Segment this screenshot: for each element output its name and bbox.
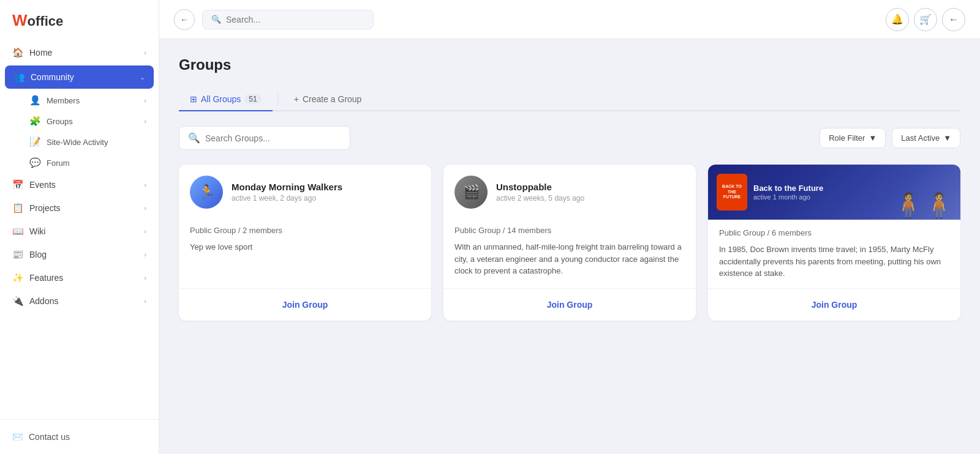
card-header-unstoppable: 🎬 Unstoppable active 2 weeks, 5 days ago <box>443 165 696 217</box>
notification-button[interactable]: 🔔 <box>886 8 909 31</box>
tab-create-group[interactable]: + Create a Group <box>283 88 373 111</box>
last-active-button[interactable]: Last Active ▼ <box>892 128 960 148</box>
activity-icon: 📝 <box>29 136 40 147</box>
sidebar-label-members: Members <box>47 96 80 105</box>
account-icon: ← <box>949 14 959 25</box>
card-footer-bttf: Join Group <box>708 288 960 321</box>
groups-toolbar: 🔍 Role Filter ▼ Last Active ▼ <box>179 126 960 150</box>
community-icon: 👥 <box>13 72 24 83</box>
projects-chevron: › <box>144 204 146 212</box>
card-meta-monday: Public Group / 2 members <box>190 226 420 235</box>
card-body-monday: Public Group / 2 members Yep we love spo… <box>179 217 431 288</box>
sidebar-item-features[interactable]: ✨ Features › <box>0 266 159 289</box>
search-box[interactable]: 🔍 <box>202 10 374 29</box>
sidebar-item-events[interactable]: 📅 Events › <box>0 173 159 196</box>
contact-us-item[interactable]: ✉️ Contact us <box>12 427 146 447</box>
sidebar-item-site-activity[interactable]: 📝 Site-Wide Activity <box>0 132 159 152</box>
tabs-bar: ⊞ All Groups 51 + Create a Group <box>179 88 960 111</box>
blog-chevron: › <box>144 251 146 258</box>
card-body-bttf: Public Group / 6 members In 1985, Doc Br… <box>708 220 960 288</box>
join-unstoppable-button[interactable]: Join Group <box>547 297 593 312</box>
role-filter-chevron: ▼ <box>869 133 876 143</box>
sidebar-label-home: Home <box>29 48 52 58</box>
account-button[interactable]: ← <box>942 8 965 31</box>
sidebar-item-members[interactable]: 👤 Members › <box>0 90 159 111</box>
sidebar-item-wiki[interactable]: 📖 Wiki › <box>0 220 159 243</box>
sidebar: Woffice 🏠 Home › 👥 Community ⌄ 👤 Members… <box>0 0 159 454</box>
all-groups-icon: ⊞ <box>190 94 197 104</box>
sidebar-item-projects[interactable]: 📋 Projects › <box>0 196 159 220</box>
addons-chevron: › <box>144 297 146 305</box>
sidebar-label-forum: Forum <box>47 158 70 168</box>
main-area: ← 🔍 🔔 🛒 ← Groups ⊞ All Groups <box>159 0 980 454</box>
sidebar-label-wiki: Wiki <box>29 226 45 236</box>
bttf-banner-left: BACK TO THE FUTURE Back to the Future ac… <box>717 174 823 210</box>
card-info-monday: Monday Morning Walkers active 1 week, 2 … <box>232 182 342 203</box>
card-header-monday: 🏃 Monday Morning Walkers active 1 week, … <box>179 165 431 217</box>
card-footer-unstoppable: Join Group <box>443 288 696 321</box>
sidebar-item-forum[interactable]: 💬 Forum <box>0 152 159 173</box>
group-card-unstoppable: 🎬 Unstoppable active 2 weeks, 5 days ago… <box>443 165 696 321</box>
tab-all-groups-label: All Groups <box>201 94 241 104</box>
sidebar-item-community[interactable]: 👥 Community ⌄ <box>5 65 154 89</box>
forum-icon: 💬 <box>29 157 40 168</box>
card-meta-bttf: Public Group / 6 members <box>719 228 949 237</box>
back-button[interactable]: ← <box>174 9 195 30</box>
groups-search-icon: 🔍 <box>188 132 200 144</box>
app-logo: Woffice <box>12 11 63 30</box>
search-input[interactable] <box>226 15 364 24</box>
join-monday-button[interactable]: Join Group <box>282 297 328 312</box>
sidebar-label-features: Features <box>29 273 63 283</box>
card-meta-unstoppable: Public Group / 14 members <box>454 226 685 235</box>
home-icon: 🏠 <box>12 47 23 58</box>
cart-button[interactable]: 🛒 <box>914 8 937 31</box>
bttf-logo: BACK TO THE FUTURE <box>717 174 747 210</box>
contact-icon: ✉️ <box>12 432 23 442</box>
sidebar-label-projects: Projects <box>29 203 61 213</box>
sidebar-label-activity: Site-Wide Activity <box>47 138 108 147</box>
features-chevron: › <box>144 274 146 281</box>
groups-chevron: › <box>144 117 146 125</box>
role-filter-button[interactable]: Role Filter ▼ <box>820 128 886 148</box>
group-card-bttf: BACK TO THE FUTURE Back to the Future ac… <box>708 165 960 321</box>
card-info-unstoppable: Unstoppable active 2 weeks, 5 days ago <box>496 182 584 203</box>
groups-icon: 🧩 <box>29 116 40 127</box>
groups-grid: 🏃 Monday Morning Walkers active 1 week, … <box>179 165 960 321</box>
tab-divider <box>277 93 278 105</box>
role-filter-label: Role Filter <box>829 133 865 143</box>
sidebar-label-events: Events <box>29 180 56 190</box>
sidebar-item-home[interactable]: 🏠 Home › <box>0 41 159 64</box>
sidebar-item-blog[interactable]: 📰 Blog › <box>0 243 159 266</box>
all-groups-count: 51 <box>244 94 261 104</box>
groups-search-box[interactable]: 🔍 <box>179 126 350 150</box>
avatar-monday: 🏃 <box>190 176 223 209</box>
community-chevron: ⌄ <box>140 73 145 81</box>
features-icon: ✨ <box>12 272 23 283</box>
group-active-monday: active 1 week, 2 days ago <box>232 194 342 203</box>
create-group-icon: + <box>294 94 299 104</box>
sidebar-item-addons[interactable]: 🔌 Addons › <box>0 289 159 313</box>
bttf-figures: 🧍🧍 <box>893 191 954 220</box>
members-chevron: › <box>144 97 146 104</box>
group-name-unstoppable: Unstoppable <box>496 182 584 192</box>
last-active-chevron: ▼ <box>943 133 951 143</box>
content-area: Groups ⊞ All Groups 51 + Create a Group … <box>159 39 980 454</box>
sidebar-label-groups: Groups <box>47 117 73 126</box>
sidebar-nav: 🏠 Home › 👥 Community ⌄ 👤 Members › 🧩 Gro… <box>0 41 159 419</box>
sidebar-footer: ✉️ Contact us <box>0 419 159 454</box>
groups-search-input[interactable] <box>205 133 341 143</box>
header-left: ← 🔍 <box>174 9 374 30</box>
blog-icon: 📰 <box>12 249 23 260</box>
bttf-banner-info: Back to the Future active 1 month ago <box>753 184 823 201</box>
group-active-unstoppable: active 2 weeks, 5 days ago <box>496 194 584 203</box>
events-chevron: › <box>144 181 146 188</box>
notification-icon: 🔔 <box>891 13 903 25</box>
top-header: ← 🔍 🔔 🛒 ← <box>159 0 980 39</box>
page-title: Groups <box>179 56 960 73</box>
card-desc-bttf: In 1985, Doc Brown invents time travel; … <box>719 244 949 280</box>
sidebar-item-groups[interactable]: 🧩 Groups › <box>0 111 159 132</box>
card-footer-monday: Join Group <box>179 288 431 321</box>
tab-all-groups[interactable]: ⊞ All Groups 51 <box>179 88 273 111</box>
join-bttf-button[interactable]: Join Group <box>812 297 858 312</box>
card-desc-unstoppable: With an unmanned, half-mile-long freight… <box>454 241 685 277</box>
